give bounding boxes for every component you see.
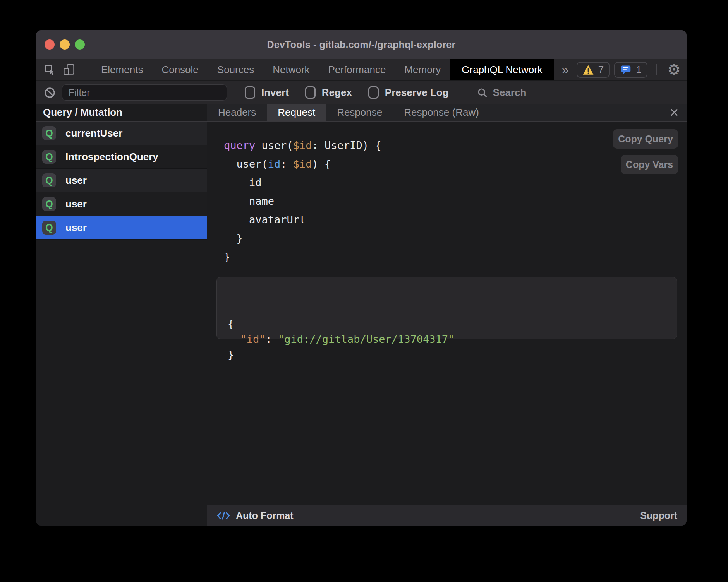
warnings-badge[interactable]: 7 [577, 62, 610, 78]
invert-checkbox-icon [245, 86, 255, 99]
messages-badge[interactable]: 1 [614, 62, 647, 78]
detail-tab-strip: HeadersRequestResponseResponse (Raw) [207, 104, 687, 122]
traffic-lights [45, 30, 85, 59]
settings-gear-icon[interactable]: ⚙ [668, 62, 681, 77]
checkbox-invert[interactable]: Invert [245, 86, 289, 99]
more-tabs-chevron-icon[interactable]: » [554, 59, 577, 80]
preserve-log-label: Preserve Log [385, 87, 449, 99]
close-window-button[interactable] [45, 39, 55, 50]
filter-input[interactable] [62, 84, 227, 101]
warning-count: 7 [598, 64, 604, 76]
search-icon [477, 87, 488, 98]
query-type-badge: Q [42, 173, 56, 187]
variables-code: { "id": "gid://gitlab/User/13704317"} [228, 316, 666, 363]
query-list-item[interactable]: Quser [36, 169, 207, 192]
detail-tab-response[interactable]: Response [326, 104, 393, 121]
query-type-badge: Q [42, 126, 56, 140]
titlebar: DevTools - gitlab.com/-/graphql-explorer [36, 30, 687, 59]
sidebar-header: Query / Mutation [36, 104, 207, 122]
detail-panel: HeadersRequestResponseResponse (Raw) Cop… [207, 104, 687, 526]
invert-label: Invert [261, 87, 289, 99]
minimize-window-button[interactable] [60, 39, 70, 50]
filter-bar: InvertRegexPreserve Log Search [36, 80, 687, 104]
search-label: Search [493, 87, 527, 99]
toolbar-right-separator [656, 64, 657, 75]
detail-tab-response-raw[interactable]: Response (Raw) [393, 104, 490, 121]
filter-toggles: InvertRegexPreserve Log [245, 86, 449, 99]
preserve-log-checkbox-icon [368, 86, 379, 99]
checkbox-regex[interactable]: Regex [305, 86, 352, 99]
query-list: QcurrentUserQIntrospectionQueryQuserQuse… [36, 122, 207, 240]
tab-graphql-network[interactable]: GraphQL Network [450, 59, 554, 80]
code-line: name [224, 192, 687, 211]
content-area: Query / Mutation QcurrentUserQIntrospect… [36, 104, 687, 526]
query-name: IntrospectionQuery [65, 151, 158, 163]
window-title: DevTools - gitlab.com/-/graphql-explorer [267, 39, 456, 50]
copy-query-button[interactable]: Copy Query [613, 129, 678, 149]
query-name: user [65, 222, 87, 234]
code-line: id [224, 173, 687, 192]
query-list-item[interactable]: Quser [36, 216, 207, 240]
copy-button-stack: Copy Query Copy Vars [613, 129, 678, 174]
code-line: avatarUrl [224, 211, 687, 229]
main-tab-strip: ElementsConsoleSourcesNetworkPerformance… [92, 59, 554, 80]
query-sidebar: Query / Mutation QcurrentUserQIntrospect… [36, 104, 207, 526]
code-line: } [228, 347, 666, 363]
query-name: user [65, 198, 87, 210]
tab-performance[interactable]: Performance [319, 59, 395, 80]
support-link[interactable]: Support [640, 510, 677, 521]
code-line: } [224, 248, 687, 266]
query-list-item[interactable]: QIntrospectionQuery [36, 145, 207, 169]
tab-memory[interactable]: Memory [395, 59, 450, 80]
auto-format-label: Auto Format [236, 510, 294, 521]
panel-footer: Auto Format Support [207, 505, 687, 526]
code-line: } [224, 229, 687, 248]
detail-tab-request[interactable]: Request [267, 104, 326, 121]
regex-label: Regex [322, 87, 352, 99]
copy-vars-button[interactable]: Copy Vars [621, 155, 678, 174]
query-list-item[interactable]: QcurrentUser [36, 122, 207, 145]
message-count: 1 [636, 64, 641, 76]
tab-console[interactable]: Console [152, 59, 208, 80]
query-list-item[interactable]: Quser [36, 192, 207, 216]
inspect-element-icon[interactable] [43, 63, 56, 76]
auto-format-button[interactable]: Auto Format [216, 510, 294, 521]
query-type-badge: Q [42, 221, 56, 235]
request-view: Copy Query Copy Vars query user($id: Use… [207, 122, 687, 505]
checkbox-preserve-log[interactable]: Preserve Log [368, 86, 449, 99]
detail-tab-headers[interactable]: Headers [207, 104, 267, 121]
devtools-window: DevTools - gitlab.com/-/graphql-explorer… [36, 30, 687, 526]
query-type-badge: Q [42, 197, 56, 211]
search-control[interactable]: Search [477, 87, 527, 99]
variables-box: { "id": "gid://gitlab/User/13704317"} [216, 277, 677, 339]
tab-elements[interactable]: Elements [92, 59, 152, 80]
regex-checkbox-icon [305, 86, 316, 99]
tab-sources[interactable]: Sources [208, 59, 263, 80]
clear-block-icon[interactable] [44, 87, 56, 99]
tab-network[interactable]: Network [263, 59, 319, 80]
code-line: "id": "gid://gitlab/User/13704317" [228, 332, 666, 347]
zoom-window-button[interactable] [75, 39, 85, 50]
message-icon [620, 65, 632, 75]
code-brackets-icon [216, 510, 230, 521]
query-type-badge: Q [42, 150, 56, 164]
close-panel-icon[interactable] [669, 104, 680, 121]
toolbar-right-group: 7 1 ⚙ [577, 59, 687, 80]
query-name: currentUser [65, 127, 122, 139]
query-name: user [65, 175, 87, 187]
toolbar-icon-group [36, 59, 76, 80]
main-toolbar: ElementsConsoleSourcesNetworkPerformance… [36, 59, 687, 80]
device-toolbar-icon[interactable] [62, 63, 76, 76]
warning-icon [582, 65, 594, 75]
code-line: { [228, 316, 666, 332]
